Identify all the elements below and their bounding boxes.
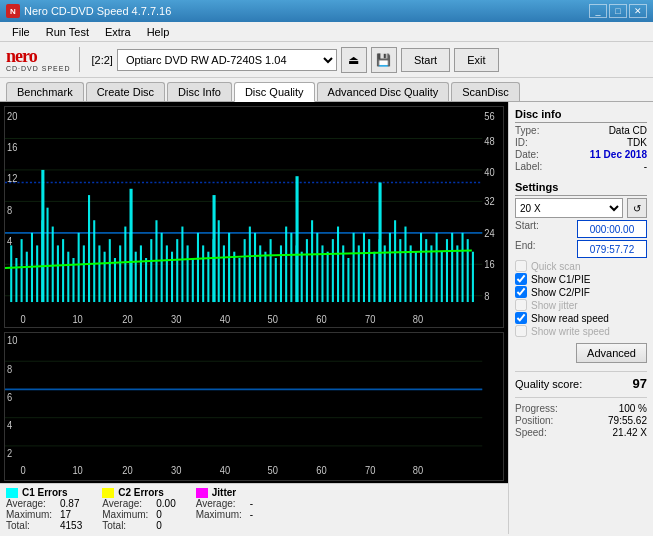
nero-logo: nero	[6, 47, 71, 65]
c2-avg-label: Average:	[102, 498, 152, 509]
app-icon: N	[6, 4, 20, 18]
position-value: 79:55.62	[608, 415, 647, 426]
quick-scan-checkbox[interactable]	[515, 260, 527, 272]
exit-button[interactable]: Exit	[454, 48, 498, 72]
maximize-button[interactable]: □	[609, 4, 627, 18]
tab-disc-info[interactable]: Disc Info	[167, 82, 232, 101]
svg-text:16: 16	[7, 141, 18, 153]
show-c2-pif-checkbox[interactable]	[515, 286, 527, 298]
c1-max-value: 17	[60, 509, 71, 520]
svg-rect-62	[290, 233, 292, 302]
disc-type-row: Type: Data CD	[515, 125, 647, 136]
tab-benchmark[interactable]: Benchmark	[6, 82, 84, 101]
svg-text:8: 8	[484, 290, 489, 302]
tabs: Benchmark Create Disc Disc Info Disc Qua…	[0, 78, 653, 102]
svg-text:8: 8	[7, 363, 12, 374]
legend-c1-avg: Average: 0.87	[6, 498, 82, 509]
svg-rect-91	[441, 252, 443, 302]
progress-label: Progress:	[515, 403, 558, 414]
svg-rect-100	[213, 195, 216, 302]
svg-text:40: 40	[220, 465, 231, 476]
disc-type-value: Data CD	[609, 125, 647, 136]
svg-text:4: 4	[7, 236, 12, 248]
drive-dropdown[interactable]: Optiarc DVD RW AD-7240S 1.04	[117, 49, 337, 71]
legend-jitter-label: Jitter	[212, 487, 236, 498]
svg-rect-59	[275, 258, 277, 302]
quick-scan-label: Quick scan	[531, 261, 580, 272]
show-write-speed-checkbox[interactable]	[515, 325, 527, 337]
disc-date-row: Date: 11 Dec 2018	[515, 149, 647, 160]
end-row: End:	[515, 240, 647, 258]
speed-dropdown[interactable]: 20 X	[515, 198, 623, 218]
eject-icon[interactable]: ⏏	[341, 47, 367, 73]
svg-text:50: 50	[267, 314, 278, 326]
end-input[interactable]	[577, 240, 647, 258]
advanced-button[interactable]: Advanced	[576, 343, 647, 363]
svg-rect-101	[296, 176, 299, 302]
show-write-speed-label: Show write speed	[531, 326, 610, 337]
menu-file[interactable]: File	[4, 24, 38, 40]
menu-extra[interactable]: Extra	[97, 24, 139, 40]
svg-rect-26	[104, 252, 106, 302]
settings-title: Settings	[515, 181, 647, 196]
save-icon[interactable]: 💾	[371, 47, 397, 73]
svg-rect-9	[15, 258, 17, 302]
c2-avg-value: 0.00	[156, 498, 175, 509]
show-read-speed-checkbox[interactable]	[515, 312, 527, 324]
svg-text:48: 48	[484, 135, 495, 147]
start-row: Start:	[515, 220, 647, 238]
svg-rect-29	[119, 245, 121, 302]
svg-rect-95	[462, 233, 464, 302]
svg-text:0: 0	[21, 465, 27, 476]
svg-text:6: 6	[7, 392, 12, 403]
speed-value: 21.42 X	[613, 427, 647, 438]
svg-text:0: 0	[21, 314, 26, 326]
svg-rect-58	[270, 239, 272, 302]
menu-run-test[interactable]: Run Test	[38, 24, 97, 40]
svg-text:32: 32	[484, 195, 495, 207]
drive-select: [2:2] Optiarc DVD RW AD-7240S 1.04 ⏏ 💾 S…	[92, 47, 647, 73]
svg-rect-82	[394, 220, 396, 302]
c1-avg-value: 0.87	[60, 498, 79, 509]
svg-text:10: 10	[7, 335, 18, 346]
tab-disc-quality[interactable]: Disc Quality	[234, 82, 315, 102]
legend-c1-header: C1 Errors	[6, 487, 82, 498]
svg-rect-8	[10, 245, 12, 302]
c1-total-value: 4153	[60, 520, 82, 531]
show-c1-pie-checkbox[interactable]	[515, 273, 527, 285]
svg-rect-78	[373, 252, 375, 302]
main-content: 56 48 40 32 24 16 8 20 16 12 8 4 0 10 20…	[0, 102, 653, 534]
svg-rect-44	[197, 233, 199, 302]
svg-rect-24	[93, 220, 95, 302]
minimize-button[interactable]: _	[589, 4, 607, 18]
svg-rect-48	[218, 220, 220, 302]
disc-id-label: ID:	[515, 137, 528, 148]
show-read-speed-row: Show read speed	[515, 312, 647, 324]
show-jitter-checkbox[interactable]	[515, 299, 527, 311]
settings-refresh-icon[interactable]: ↺	[627, 198, 647, 218]
svg-rect-94	[456, 245, 458, 302]
show-read-speed-label: Show read speed	[531, 313, 609, 324]
start-input[interactable]	[577, 220, 647, 238]
svg-text:40: 40	[220, 314, 231, 326]
svg-rect-43	[192, 258, 194, 302]
svg-rect-70	[332, 239, 334, 302]
svg-text:56: 56	[484, 110, 495, 122]
speed-label: Speed:	[515, 427, 547, 438]
drive-label: [2:2]	[92, 54, 113, 66]
svg-text:24: 24	[484, 227, 495, 239]
svg-rect-81	[389, 233, 391, 302]
svg-rect-15	[47, 208, 49, 302]
start-button[interactable]: Start	[401, 48, 450, 72]
close-button[interactable]: ✕	[629, 4, 647, 18]
title-bar-controls[interactable]: _ □ ✕	[589, 4, 647, 18]
tab-scan-disc[interactable]: ScanDisc	[451, 82, 519, 101]
tab-advanced-disc-quality[interactable]: Advanced Disc Quality	[317, 82, 450, 101]
menu-help[interactable]: Help	[139, 24, 178, 40]
svg-text:70: 70	[365, 465, 376, 476]
tab-create-disc[interactable]: Create Disc	[86, 82, 165, 101]
svg-text:80: 80	[413, 465, 424, 476]
svg-text:20: 20	[122, 314, 133, 326]
svg-text:30: 30	[171, 314, 182, 326]
position-label: Position:	[515, 415, 553, 426]
